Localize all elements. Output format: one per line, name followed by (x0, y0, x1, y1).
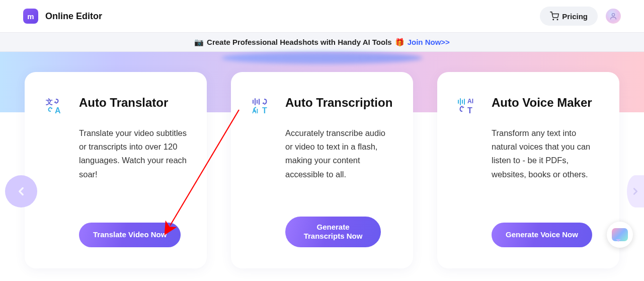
app-logo-icon[interactable]: m (23, 9, 38, 24)
card-desc: Translate your video subtitles or transc… (79, 126, 189, 181)
carousel-prev-button[interactable] (5, 175, 37, 207)
card-desc: Transform any text into natural voices t… (492, 126, 601, 181)
user-avatar[interactable] (606, 9, 621, 24)
card-auto-voice-maker: AI T Auto Voice Maker Transform any text… (437, 72, 619, 268)
svg-point-2 (612, 14, 614, 16)
svg-text:T: T (467, 106, 472, 115)
translator-icon: 文 A (43, 95, 65, 117)
card-title: Auto Voice Maker (492, 95, 601, 117)
svg-marker-19 (462, 106, 464, 108)
promo-text: Create Professional Headshots with Handy… (207, 38, 392, 46)
header-right: Pricing (540, 7, 621, 26)
chat-fab[interactable] (607, 222, 633, 248)
camera-icon: 📷 (194, 38, 204, 47)
cart-icon (550, 12, 559, 21)
header-left: m Online Editor (23, 9, 102, 24)
card-title: Auto Translator (79, 95, 189, 117)
generate-transcripts-button[interactable]: Generate Transcripts Now (285, 217, 381, 248)
transcription-icon: AI T (249, 95, 271, 117)
translate-video-button[interactable]: Translate Video Now (79, 223, 181, 247)
hero: 文 A Auto Translator Translate your video… (0, 52, 644, 281)
card-title: Auto Transcription (285, 95, 395, 117)
pricing-label: Pricing (562, 12, 588, 21)
svg-marker-4 (54, 101, 56, 103)
svg-point-1 (557, 19, 558, 20)
svg-text:A: A (55, 106, 61, 115)
card-auto-transcription: AI T Auto Transcription Accurately trans… (231, 72, 413, 268)
generate-voice-button[interactable]: Generate Voice Now (492, 223, 592, 247)
user-icon (609, 12, 617, 20)
gift-icon: 🎁 (395, 38, 405, 47)
svg-marker-11 (262, 102, 264, 104)
pricing-button[interactable]: Pricing (540, 7, 598, 26)
card-auto-translator: 文 A Auto Translator Translate your video… (25, 72, 207, 268)
chevron-right-icon (630, 186, 641, 197)
svg-point-0 (553, 19, 554, 20)
feature-cards-row: 文 A Auto Translator Translate your video… (0, 72, 644, 268)
promo-join-link[interactable]: Join Now>> (408, 38, 450, 46)
voice-maker-icon: AI T (455, 95, 477, 117)
carousel-next-button[interactable] (627, 175, 644, 207)
svg-text:文: 文 (45, 98, 53, 106)
app-title: Online Editor (45, 11, 102, 22)
svg-marker-5 (51, 107, 53, 109)
card-desc: Accurately transcribe audio or video to … (285, 126, 395, 181)
svg-text:T: T (262, 106, 267, 115)
promo-bar: 📷 Create Professional Headshots with Han… (0, 33, 644, 52)
header: m Online Editor Pricing (0, 0, 644, 33)
chevron-left-icon (15, 185, 28, 198)
svg-text:AI: AI (467, 98, 473, 105)
chat-icon (612, 228, 628, 241)
